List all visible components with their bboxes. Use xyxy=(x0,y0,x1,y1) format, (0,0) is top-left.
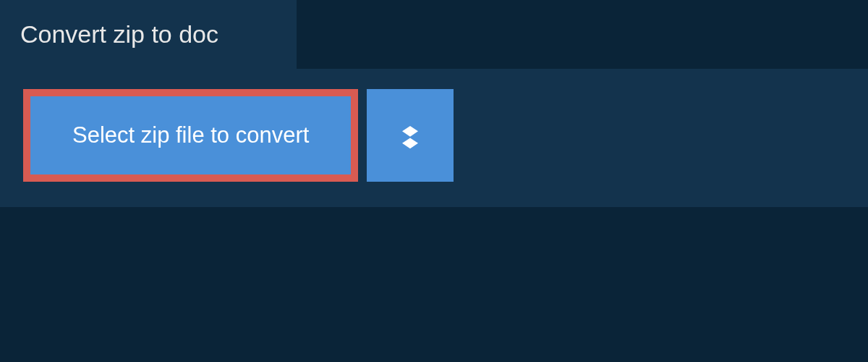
converter-panel: Convert zip to doc Select zip file to co… xyxy=(0,0,868,207)
tab-label: Convert zip to doc xyxy=(20,20,218,48)
tab-convert[interactable]: Convert zip to doc xyxy=(0,0,297,69)
select-file-label: Select zip file to convert xyxy=(72,122,309,148)
select-file-button[interactable]: Select zip file to convert xyxy=(23,89,358,182)
dropbox-button[interactable] xyxy=(367,89,454,182)
tab-bar: Convert zip to doc xyxy=(0,0,868,69)
button-row: Select zip file to convert xyxy=(0,69,868,182)
tab-spacer xyxy=(297,0,868,69)
dropbox-icon xyxy=(394,118,426,153)
